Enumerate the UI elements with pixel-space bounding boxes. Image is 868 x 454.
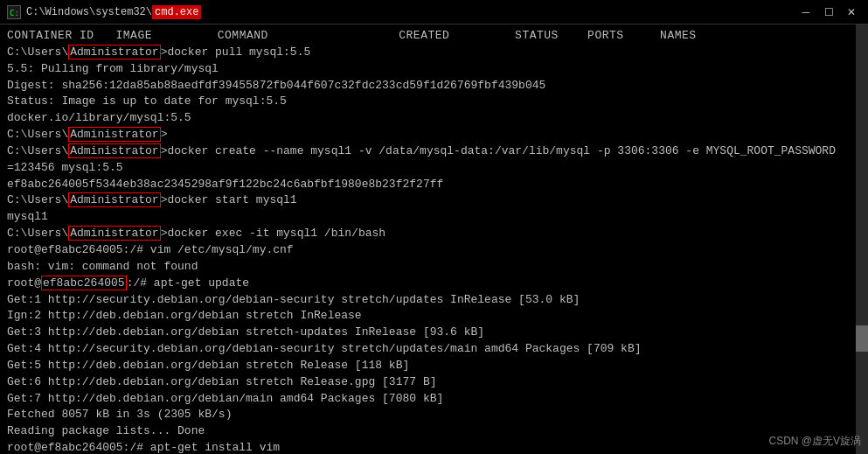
restore-button[interactable]: ☐ (819, 4, 838, 20)
title-bar: C: C:\Windows\system32\cmd.exe ─ ☐ ✕ (0, 0, 868, 24)
terminal-line: Get:6 http://deb.debian.org/debian stret… (7, 374, 861, 391)
cmd-icon: C: (7, 5, 21, 19)
terminal-line: C:\Users\Administrator> (7, 127, 861, 143)
terminal-line: Digest: sha256:12da85ab88aedfdf39455872f… (7, 78, 861, 94)
terminal-line: C:\Users\Administrator>docker start mysq… (7, 192, 861, 209)
window-controls: ─ ☐ ✕ (796, 4, 861, 20)
terminal-line: Ign:2 http://deb.debian.org/debian stret… (7, 308, 861, 325)
terminal-line: Status: Image is up to date for mysql:5.… (7, 94, 861, 110)
prompt-highlight: Administrator (68, 45, 160, 59)
terminal-line: Reading package lists... Done (7, 423, 861, 440)
title-path: C:\Windows\system32\ (26, 6, 152, 18)
terminal-line: =123456 mysql:5.5 (7, 160, 861, 177)
terminal-line: 5.5: Pulling from library/mysql (7, 61, 861, 78)
terminal-line: root@ef8abc264005:/# apt-get update (7, 276, 861, 292)
terminal-lines: C:\Users\Administrator>docker pull mysql… (7, 45, 861, 454)
prompt-highlight: Administrator (68, 143, 160, 158)
close-button[interactable]: ✕ (842, 4, 861, 20)
terminal-line: Fetched 8057 kB in 3s (2305 kB/s) (7, 407, 861, 423)
title-filename: cmd.exe (152, 5, 201, 19)
scrollbar[interactable] (856, 24, 868, 454)
terminal-line: C:\Users\Administrator>docker exec -it m… (7, 226, 861, 242)
terminal-line: bash: vim: command not found (7, 259, 861, 276)
prompt-highlight: Administrator (68, 127, 160, 142)
terminal-line: C:\Users\Administrator>docker pull mysql… (7, 45, 861, 61)
terminal-area: CONTAINER ID IMAGE COMMAND CREATED STATU… (0, 24, 868, 454)
terminal-line: Get:3 http://deb.debian.org/debian stret… (7, 325, 861, 341)
terminal-line: Get:5 http://deb.debian.org/debian stret… (7, 358, 861, 374)
scrollbar-thumb[interactable] (856, 325, 868, 352)
prompt-highlight: Administrator (68, 226, 160, 241)
terminal-line: mysql1 (7, 209, 861, 226)
terminal-line: Get:4 http://security.debian.org/debian-… (7, 341, 861, 358)
terminal-line: ef8abc264005f5344eb38ac2345298af9f122bc2… (7, 177, 861, 193)
prompt-highlight: Administrator (68, 192, 160, 207)
root-highlight: ef8abc264005 (41, 276, 127, 290)
terminal-line: root@ef8abc264005:/# apt-get install vim (7, 440, 861, 454)
terminal-line: C:\Users\Administrator>docker create --n… (7, 143, 861, 160)
terminal-line: Get:1 http://security.debian.org/debian-… (7, 292, 861, 309)
column-header: CONTAINER ID IMAGE COMMAND CREATED STATU… (7, 28, 861, 45)
terminal-line: root@ef8abc264005:/# vim /etc/mysql/my.c… (7, 242, 861, 259)
watermark: CSDN @虚无V旋涡 (768, 434, 861, 449)
terminal-line: Get:7 http://deb.debian.org/debian/main … (7, 391, 861, 408)
title-bar-left: C: C:\Windows\system32\cmd.exe (7, 5, 201, 19)
title-bar-text: C:\Windows\system32\cmd.exe (26, 6, 201, 18)
terminal-line: docker.io/library/mysql:5.5 (7, 110, 861, 127)
svg-text:C:: C: (10, 9, 19, 17)
minimize-button[interactable]: ─ (796, 4, 816, 20)
